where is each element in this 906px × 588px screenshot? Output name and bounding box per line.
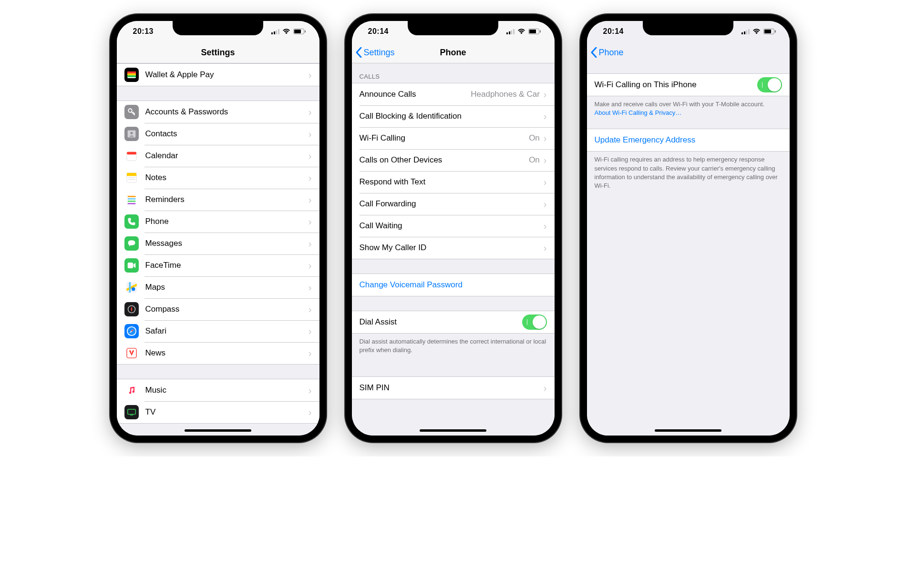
update-emergency-address-row[interactable]: Update Emergency Address (587, 129, 790, 151)
svg-point-22 (132, 287, 135, 291)
wifi-calling-content[interactable]: Wi-Fi Calling on This iPhone Make and re… (587, 63, 790, 436)
sim-pin-row[interactable]: SIM PIN › (352, 377, 555, 399)
home-indicator[interactable] (185, 429, 251, 432)
tv-icon (124, 405, 139, 419)
chevron-right-icon: › (544, 133, 547, 144)
calls-row[interactable]: Wi-Fi CallingOn› (352, 127, 555, 149)
settings-row-label: Accounts & Passwords (145, 107, 309, 117)
settings-row-label: Phone (145, 217, 309, 226)
back-button[interactable]: Phone (587, 47, 624, 58)
svg-rect-26 (126, 348, 136, 358)
back-label: Phone (599, 48, 624, 58)
news-icon (124, 346, 139, 360)
settings-row-reminders[interactable]: Reminders› (117, 189, 319, 211)
settings-row-label: Reminders (145, 195, 309, 204)
wifi-icon (752, 29, 761, 34)
settings-row-wallet[interactable]: Wallet & Apple Pay › (117, 64, 319, 86)
status-icons (506, 29, 541, 34)
wallet-icon (124, 68, 139, 82)
chevron-right-icon: › (309, 194, 312, 205)
cellular-icon (506, 29, 515, 34)
chevron-right-icon: › (309, 216, 312, 227)
calls-row-label: Respond with Text (360, 177, 544, 187)
calls-row-detail: On (529, 155, 540, 165)
calls-row-detail: Headphones & Car (471, 90, 540, 99)
calls-row-label: Show My Caller ID (360, 243, 544, 253)
settings-content[interactable]: Wallet & Apple Pay › Accounts & Password… (117, 63, 319, 436)
settings-row-calendar[interactable]: Calendar› (117, 145, 319, 167)
messages-icon (124, 236, 139, 251)
change-voicemail-row[interactable]: Change Voicemail Password (352, 274, 555, 296)
calls-row[interactable]: Announce CallsHeadphones & Car› (352, 83, 555, 105)
update-emergency-address-label: Update Emergency Address (595, 135, 782, 145)
svg-rect-5 (127, 73, 136, 75)
battery-icon (293, 29, 306, 34)
svg-rect-31 (540, 30, 541, 33)
settings-row-messages[interactable]: Messages› (117, 233, 319, 254)
cellular-icon (741, 29, 750, 34)
dial-assist-footer: Dial assist automatically determines the… (352, 334, 555, 357)
wifi-privacy-link[interactable]: About Wi-Fi Calling & Privacy… (595, 109, 682, 116)
settings-row-facetime[interactable]: FaceTime› (117, 254, 319, 276)
calls-row-label: Calls on Other Devices (360, 155, 529, 165)
calls-row-label: Call Blocking & Identification (360, 112, 544, 121)
chevron-right-icon: › (309, 326, 312, 337)
battery-icon (528, 29, 541, 34)
settings-row-maps[interactable]: Maps› (117, 276, 319, 298)
svg-rect-34 (775, 30, 776, 33)
chevron-right-icon: › (309, 129, 312, 140)
page-title: Settings (117, 48, 319, 58)
settings-row-label: Compass (145, 304, 309, 314)
calls-row[interactable]: Call Blocking & Identification› (352, 105, 555, 127)
settings-row-phone[interactable]: Phone› (117, 211, 319, 233)
chevron-right-icon: › (309, 304, 312, 315)
chevron-right-icon: › (309, 107, 312, 118)
wifi-calling-footer: Make and receive calls over Wi-Fi with y… (587, 96, 790, 120)
calls-row[interactable]: Call Forwarding› (352, 193, 555, 215)
change-voicemail-label: Change Voicemail Password (360, 280, 547, 290)
settings-row-contacts[interactable]: Contacts› (117, 123, 319, 145)
settings-row-key[interactable]: Accounts & Passwords› (117, 101, 319, 123)
music-icon (124, 383, 139, 397)
settings-row-tv[interactable]: TV› (117, 401, 319, 423)
home-indicator[interactable] (655, 429, 721, 432)
calls-row[interactable]: Call Waiting› (352, 215, 555, 237)
chevron-right-icon: › (544, 243, 547, 253)
settings-row-label: FaceTime (145, 261, 309, 270)
settings-row-label: Calendar (145, 151, 309, 161)
settings-row-music[interactable]: Music› (117, 379, 319, 401)
dial-assist-label: Dial Assist (360, 317, 522, 327)
calls-row-label: Call Forwarding (360, 199, 544, 209)
calls-row-label: Announce Calls (360, 90, 471, 99)
settings-row-safari[interactable]: Safari› (117, 320, 319, 342)
calls-row[interactable]: Respond with Text› (352, 171, 555, 193)
status-icons (271, 29, 306, 34)
svg-rect-13 (126, 173, 136, 176)
dial-assist-toggle[interactable] (522, 314, 547, 330)
chevron-right-icon: › (309, 238, 312, 249)
settings-row-compass[interactable]: Compass› (117, 298, 319, 320)
calls-row[interactable]: Show My Caller ID› (352, 237, 555, 259)
chevron-right-icon: › (309, 282, 312, 293)
phone-frame-3: 20:14 Phone Wi-Fi Calling on This iPhone (580, 14, 796, 442)
settings-row-notes[interactable]: Notes› (117, 167, 319, 189)
calls-row[interactable]: Calls on Other DevicesOn› (352, 149, 555, 171)
dial-assist-row[interactable]: Dial Assist (352, 311, 555, 333)
screen-2: 20:14 Settings Phone CALLS Announce Call… (352, 21, 555, 436)
safari-icon (124, 324, 139, 338)
wifi-calling-toggle[interactable] (757, 77, 782, 92)
chevron-right-icon: › (544, 199, 547, 210)
status-time: 20:14 (603, 27, 624, 36)
settings-row-news[interactable]: News› (117, 342, 319, 364)
sim-pin-label: SIM PIN (360, 383, 544, 393)
phone-content[interactable]: CALLS Announce CallsHeadphones & Car›Cal… (352, 63, 555, 436)
chevron-right-icon: › (309, 172, 312, 183)
back-button[interactable]: Settings (352, 47, 395, 58)
status-bar: 20:13 (117, 21, 319, 42)
home-indicator[interactable] (420, 429, 486, 432)
nav-bar: Settings (117, 42, 319, 63)
settings-row-label: Music (145, 385, 309, 395)
facetime-icon (124, 258, 139, 273)
wifi-calling-toggle-row[interactable]: Wi-Fi Calling on This iPhone (587, 74, 790, 96)
emergency-footer: Wi-Fi calling requires an address to hel… (587, 152, 790, 193)
